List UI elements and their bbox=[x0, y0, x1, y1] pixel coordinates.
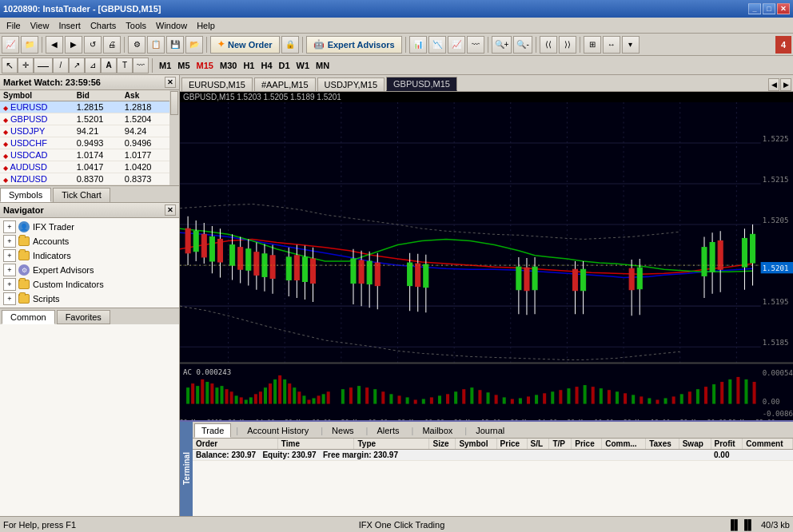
nav-item[interactable]: + Indicators bbox=[2, 248, 177, 263]
tf-m30[interactable]: M30 bbox=[217, 58, 240, 73]
menu-help[interactable]: Help bbox=[192, 19, 220, 32]
chart-type4[interactable]: 〰 bbox=[467, 36, 484, 54]
menu-window[interactable]: Window bbox=[151, 19, 192, 32]
mw-row[interactable]: ◆ EURUSD 1.2815 1.2818 bbox=[0, 101, 169, 113]
mw-row[interactable]: ◆ NZDUSD 0.8370 0.8373 bbox=[0, 173, 169, 185]
terminal-tab-accounthistory[interactable]: Account History bbox=[240, 423, 316, 438]
fib-tool[interactable]: ⊿ bbox=[85, 58, 101, 73]
chart-tab[interactable]: GBPUSD,M15 bbox=[386, 77, 457, 91]
tf-w1[interactable]: W1 bbox=[293, 58, 313, 73]
minimize-button[interactable]: _ bbox=[748, 3, 761, 14]
sep7 bbox=[536, 37, 536, 53]
chart-type2[interactable]: 📉 bbox=[428, 36, 446, 54]
tf-h4[interactable]: H4 bbox=[257, 58, 275, 73]
autoscroll-btn[interactable]: ↔ bbox=[603, 36, 620, 54]
trade-table-container[interactable]: OrderTimeTypeSizeSymbolPriceS/LT/PPriceC… bbox=[193, 439, 793, 516]
menu-charts[interactable]: Charts bbox=[86, 19, 121, 32]
expert-advisors-btn[interactable]: 🤖 Expert Advisors bbox=[306, 36, 402, 54]
chart-tab[interactable]: EURUSD,M15 bbox=[181, 77, 253, 91]
mw-row[interactable]: ◆ GBPUSD 1.5201 1.5204 bbox=[0, 113, 169, 125]
tf-m5[interactable]: M5 bbox=[174, 58, 193, 73]
text2-tool[interactable]: T bbox=[117, 58, 133, 73]
chart-tab[interactable]: USDJPY,M15 bbox=[317, 77, 385, 91]
cursor-tool[interactable]: ↖ bbox=[2, 58, 18, 73]
tf-m15[interactable]: M15 bbox=[193, 58, 217, 73]
menu-insert[interactable]: Insert bbox=[54, 19, 86, 32]
svg-rect-119 bbox=[302, 395, 305, 403]
print-btn[interactable]: 🖨 bbox=[103, 36, 121, 54]
terminal-tab-news[interactable]: News bbox=[325, 423, 361, 438]
scroll-right[interactable]: ⟩⟩ bbox=[559, 36, 576, 54]
mw-row[interactable]: ◆ USDJPY 94.21 94.24 bbox=[0, 125, 169, 137]
mw-row[interactable]: ◆ AUDUSD 1.0417 1.0420 bbox=[0, 161, 169, 173]
profile-btn[interactable]: 📁 bbox=[21, 36, 38, 54]
nav-tab-favorites[interactable]: Favorites bbox=[57, 310, 110, 324]
svg-rect-168 bbox=[688, 391, 691, 403]
nav-expand-btn[interactable]: + bbox=[3, 220, 16, 233]
nav-expand-btn[interactable]: + bbox=[3, 235, 16, 248]
mw-row[interactable]: ◆ USDCHF 0.9493 0.9496 bbox=[0, 137, 169, 149]
chart-tab[interactable]: #AAPL,M15 bbox=[254, 77, 316, 91]
tf-m1[interactable]: M1 bbox=[156, 58, 174, 73]
terminal-tab-mailbox[interactable]: Mailbox bbox=[415, 423, 460, 438]
mw-row[interactable]: ◆ USDCAD 1.0174 1.0177 bbox=[0, 149, 169, 161]
save-btn[interactable]: 💾 bbox=[166, 36, 184, 54]
properties-btn[interactable]: ⚙ bbox=[128, 36, 145, 54]
diagonal-line[interactable]: / bbox=[53, 58, 69, 73]
arrow-tool[interactable]: ↗ bbox=[69, 58, 85, 73]
navigator-close[interactable]: ✕ bbox=[165, 204, 176, 216]
terminal-tab-alerts[interactable]: Alerts bbox=[369, 423, 406, 438]
chart-canvas-area[interactable]: 1.5201 1.5225 1.5215 1.5205 1.5195 1.518… bbox=[180, 102, 793, 420]
text-tool[interactable]: A bbox=[101, 58, 117, 73]
back-btn[interactable]: ◀ bbox=[46, 36, 63, 54]
scroll-left[interactable]: ⟨⟨ bbox=[540, 36, 557, 54]
mw-scrollbar[interactable] bbox=[169, 90, 179, 185]
crosshair-tool[interactable]: ✛ bbox=[18, 58, 34, 73]
tf-d1[interactable]: D1 bbox=[276, 58, 293, 73]
nav-expand-btn[interactable]: + bbox=[3, 264, 16, 276]
nav-item[interactable]: + ⚙ Expert Advisors bbox=[2, 263, 177, 277]
terminal-tab-journal[interactable]: Journal bbox=[468, 423, 512, 438]
forward-btn[interactable]: ▶ bbox=[65, 36, 82, 54]
nav-expand-btn[interactable]: + bbox=[3, 292, 16, 305]
menu-view[interactable]: View bbox=[26, 19, 54, 32]
wave-tool[interactable]: 〰 bbox=[133, 58, 149, 73]
maximize-button[interactable]: □ bbox=[763, 3, 775, 14]
zoom-in-btn[interactable]: 🔍+ bbox=[492, 36, 512, 54]
open-btn[interactable]: 📂 bbox=[185, 36, 203, 54]
nav-item[interactable]: + Accounts bbox=[2, 234, 177, 248]
mw-tab-tickchart[interactable]: Tick Chart bbox=[53, 188, 110, 202]
chart-type3[interactable]: 📈 bbox=[448, 36, 465, 54]
tf-h1[interactable]: H1 bbox=[240, 58, 257, 73]
new-chart-btn[interactable]: 📈 bbox=[2, 36, 19, 54]
nav-expand-btn[interactable]: + bbox=[3, 249, 16, 262]
terminal-tab-trade[interactable]: Trade bbox=[194, 423, 231, 438]
sep1 bbox=[42, 37, 42, 53]
template-btn[interactable]: 📋 bbox=[147, 36, 165, 54]
chart-next-btn[interactable]: ▶ bbox=[780, 78, 791, 91]
menu-file[interactable]: File bbox=[2, 19, 26, 32]
terminal-tabs: Trade | Account History | News | Alerts … bbox=[193, 422, 793, 439]
nav-item[interactable]: + Custom Indicators bbox=[2, 277, 177, 292]
chart-prev-btn[interactable]: ◀ bbox=[768, 78, 779, 91]
zoom-out-btn[interactable]: 🔍- bbox=[513, 36, 532, 54]
lock-btn[interactable]: 🔒 bbox=[281, 36, 299, 54]
nav-tab-common[interactable]: Common bbox=[2, 310, 55, 324]
tf-mn[interactable]: MN bbox=[313, 58, 333, 73]
nav-item[interactable]: + 👤 IFX Trader bbox=[2, 220, 177, 234]
menu-tools[interactable]: Tools bbox=[121, 19, 151, 32]
nav-item[interactable]: + Scripts bbox=[2, 292, 177, 306]
svg-rect-128 bbox=[365, 387, 369, 403]
chart-type1[interactable]: 📊 bbox=[409, 36, 427, 54]
svg-rect-28 bbox=[230, 245, 235, 266]
period-sep-btn[interactable]: ⊞ bbox=[584, 36, 601, 54]
line-tool[interactable]: — bbox=[34, 58, 53, 73]
new-order-btn[interactable]: ✦ New Order bbox=[210, 36, 280, 54]
more-btn[interactable]: ▾ bbox=[622, 36, 640, 54]
close-button[interactable]: ✕ bbox=[777, 3, 790, 14]
nav-expand-btn[interactable]: + bbox=[3, 278, 16, 291]
svg-rect-114 bbox=[278, 375, 281, 404]
mw-tab-symbols[interactable]: Symbols bbox=[0, 188, 51, 202]
refresh-btn[interactable]: ↺ bbox=[84, 36, 102, 54]
market-watch-close[interactable]: ✕ bbox=[165, 77, 176, 88]
